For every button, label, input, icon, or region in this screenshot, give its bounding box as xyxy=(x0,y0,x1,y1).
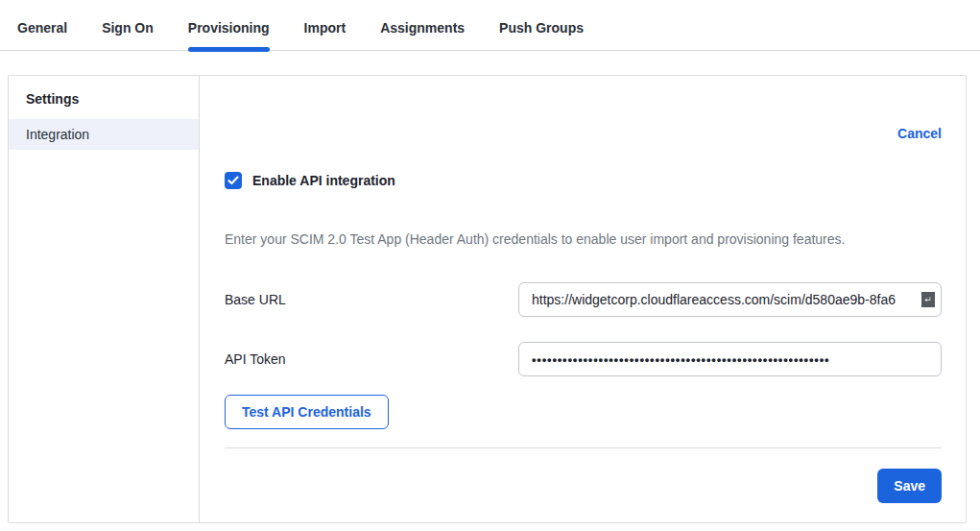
settings-sidebar: Settings Integration xyxy=(9,76,200,522)
credentials-description: Enter your SCIM 2.0 Test App (Header Aut… xyxy=(225,232,942,247)
tab-assignments[interactable]: Assignments xyxy=(380,20,465,50)
api-token-input-wrap xyxy=(518,342,942,376)
test-api-credentials-button[interactable]: Test API Credentials xyxy=(225,395,389,429)
save-row: Save xyxy=(225,469,942,503)
footer-divider xyxy=(225,447,942,448)
integration-settings-main: Cancel Enable API integration Enter your… xyxy=(200,76,966,522)
base-url-input[interactable] xyxy=(518,282,942,317)
save-button[interactable]: Save xyxy=(877,469,942,503)
provisioning-panel: Settings Integration Cancel Enable API i… xyxy=(8,75,967,523)
tab-general[interactable]: General xyxy=(17,20,67,50)
test-credentials-row: Test API Credentials xyxy=(225,395,942,429)
tab-import[interactable]: Import xyxy=(304,20,347,50)
text-cursor-block: ↵ xyxy=(921,292,935,307)
cancel-link[interactable]: Cancel xyxy=(897,126,942,141)
cancel-row: Cancel xyxy=(225,126,942,141)
enable-api-integration-row: Enable API integration xyxy=(225,172,942,189)
base-url-label: Base URL xyxy=(225,292,518,307)
sidebar-heading: Settings xyxy=(9,76,199,119)
tab-sign-on[interactable]: Sign On xyxy=(102,20,154,50)
tab-provisioning[interactable]: Provisioning xyxy=(188,20,270,50)
app-tab-bar: General Sign On Provisioning Import Assi… xyxy=(0,0,980,51)
api-token-input[interactable] xyxy=(518,342,942,376)
base-url-row: Base URL ↵ xyxy=(225,282,942,317)
enable-api-integration-label: Enable API integration xyxy=(252,173,395,188)
api-token-row: API Token xyxy=(225,342,942,376)
tab-push-groups[interactable]: Push Groups xyxy=(499,20,584,50)
api-token-label: API Token xyxy=(225,351,518,367)
enable-api-integration-checkbox[interactable] xyxy=(225,172,242,189)
checkmark-icon xyxy=(227,176,239,185)
base-url-input-wrap: ↵ xyxy=(518,282,942,317)
sidebar-item-integration[interactable]: Integration xyxy=(9,119,199,150)
